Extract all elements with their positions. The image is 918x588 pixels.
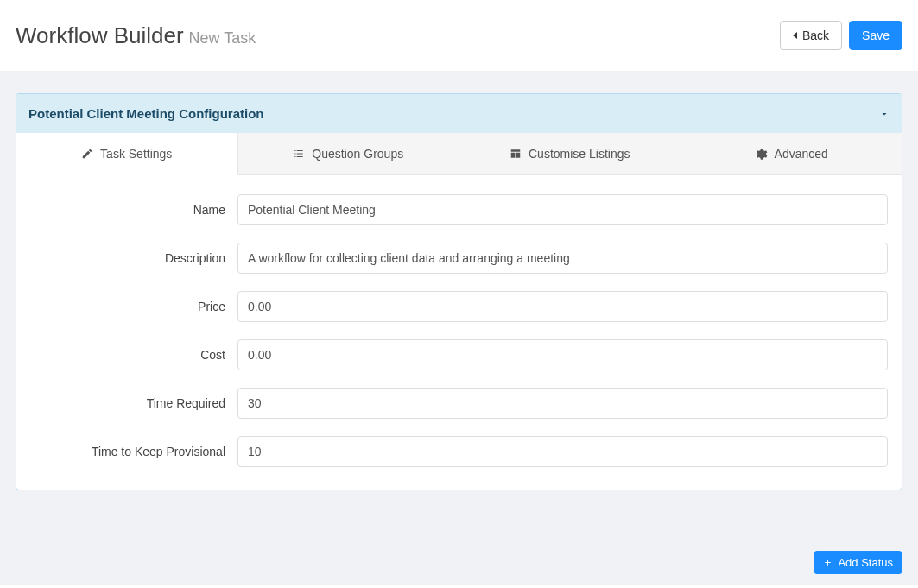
plus-icon — [823, 558, 833, 567]
row-time-provisional: Time to Keep Provisional — [30, 436, 888, 467]
tab-question-groups[interactable]: Question Groups — [238, 133, 460, 175]
form-area: Name Description Price Cost Time Require… — [16, 175, 902, 490]
input-time-provisional[interactable] — [237, 436, 888, 467]
page-title: Workflow Builder — [16, 22, 184, 49]
caret-left-icon — [793, 32, 797, 39]
gears-icon — [755, 148, 768, 161]
page-header: Workflow Builder New Task Back Save — [0, 0, 918, 71]
label-time-provisional: Time to Keep Provisional — [30, 445, 237, 458]
header-actions: Back Save — [780, 21, 902, 50]
label-cost: Cost — [30, 348, 237, 362]
add-status-label: Add Status — [838, 556, 893, 569]
label-time-required: Time Required — [30, 396, 237, 410]
title-wrap: Workflow Builder New Task — [16, 22, 256, 49]
back-button-label: Back — [802, 28, 829, 42]
row-description: Description — [30, 243, 888, 274]
tab-task-settings[interactable]: Task Settings — [16, 133, 238, 175]
panel-title: Potential Client Meeting Configuration — [28, 106, 264, 121]
input-name[interactable] — [237, 194, 888, 225]
content-area: Potential Client Meeting Configuration T… — [0, 71, 918, 506]
footer-actions: Add Status — [0, 506, 918, 585]
page-subtitle: New Task — [189, 29, 256, 47]
save-button-label: Save — [862, 28, 890, 42]
tab-advanced[interactable]: Advanced — [681, 133, 902, 175]
back-button[interactable]: Back — [780, 21, 842, 50]
tab-label: Task Settings — [100, 147, 172, 161]
input-cost[interactable] — [237, 339, 888, 370]
add-status-button[interactable]: Add Status — [814, 551, 902, 574]
row-price: Price — [30, 291, 888, 322]
input-time-required[interactable] — [237, 388, 888, 419]
input-price[interactable] — [237, 291, 888, 322]
tab-label: Advanced — [775, 147, 828, 161]
config-panel: Potential Client Meeting Configuration T… — [16, 93, 902, 490]
tabs-row: Task Settings Question Groups Customise … — [16, 133, 902, 175]
row-name: Name — [30, 194, 888, 225]
label-description: Description — [30, 251, 237, 265]
pencil-icon — [81, 148, 93, 160]
row-time-required: Time Required — [30, 388, 888, 419]
input-description[interactable] — [237, 243, 888, 274]
list-icon — [293, 148, 305, 160]
tab-customise-listings[interactable]: Customise Listings — [459, 133, 681, 175]
panel-header[interactable]: Potential Client Meeting Configuration — [16, 94, 902, 133]
label-name: Name — [30, 203, 237, 217]
tab-label: Customise Listings — [529, 147, 630, 161]
row-cost: Cost — [30, 339, 888, 370]
save-button[interactable]: Save — [849, 21, 902, 50]
label-price: Price — [30, 300, 237, 313]
tab-label: Question Groups — [312, 147, 403, 161]
chevron-down-icon — [879, 109, 890, 119]
table-icon — [510, 148, 522, 160]
